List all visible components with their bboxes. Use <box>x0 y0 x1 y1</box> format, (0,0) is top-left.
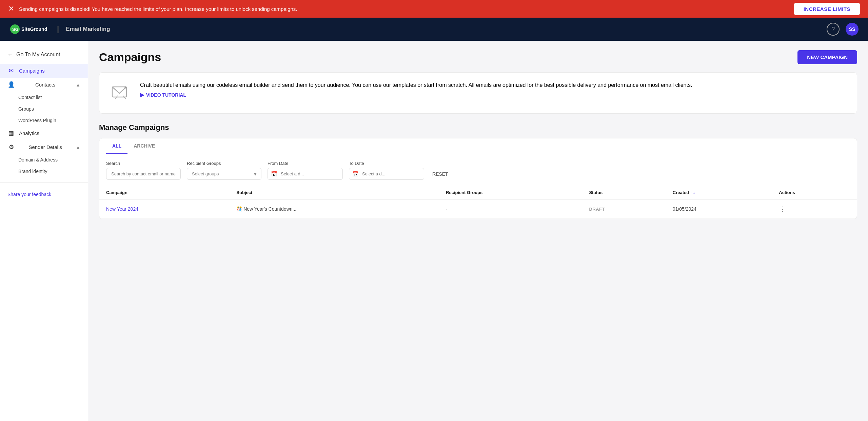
to-date-input[interactable] <box>349 168 424 180</box>
sidebar-divider <box>0 183 88 183</box>
from-date-filter: From Date 📅 <box>268 161 343 180</box>
contacts-icon: 👤 <box>7 81 15 88</box>
campaigns-tabs: ALL ARCHIVE <box>99 138 857 154</box>
logo-area: SG SiteGround | Email Marketing <box>9 24 110 35</box>
user-avatar[interactable]: SS <box>846 23 859 36</box>
campaigns-card: ALL ARCHIVE Search Recipient Groups Sele… <box>99 138 857 219</box>
campaigns-table-wrap: Campaign Subject Recipient Groups Status… <box>99 186 857 219</box>
sidebar-item-contact-list[interactable]: Contact list <box>0 92 88 103</box>
calendar-icon-to: 📅 <box>352 171 359 177</box>
help-button[interactable]: ? <box>827 23 840 36</box>
manage-campaigns-title: Manage Campaigns <box>99 123 857 132</box>
main-layout: ← Go To My Account ✉ Campaigns 👤 Contact… <box>0 41 868 421</box>
analytics-icon: ▦ <box>7 130 15 137</box>
created-cell: 01/05/2024 <box>666 199 772 219</box>
status-badge: DRAFT <box>589 207 605 212</box>
actions-cell: ⋮ <box>772 199 857 219</box>
sidebar-item-domain-address[interactable]: Domain & Address <box>0 154 88 166</box>
info-card-icon: ✦ <box>110 82 131 104</box>
siteground-logo[interactable]: SG SiteGround <box>9 24 50 35</box>
logo-divider: | <box>57 25 59 34</box>
sidebar-item-brand-identity[interactable]: Brand identity <box>0 166 88 177</box>
th-created[interactable]: Created ↑↓ <box>666 186 772 199</box>
campaigns-table: Campaign Subject Recipient Groups Status… <box>99 186 857 219</box>
sidebar: ← Go To My Account ✉ Campaigns 👤 Contact… <box>0 41 88 421</box>
from-date-label: From Date <box>268 161 343 166</box>
groups-label: Recipient Groups <box>187 161 261 166</box>
sidebar-item-contacts[interactable]: 👤 Contacts ▲ <box>0 78 88 92</box>
svg-text:✦: ✦ <box>124 85 127 90</box>
analytics-label: Analytics <box>19 130 39 136</box>
row-actions-button[interactable]: ⋮ <box>779 205 786 213</box>
campaign-link[interactable]: New Year 2024 <box>106 206 138 212</box>
video-tutorial-label: VIDEO TUTORIAL <box>146 92 186 98</box>
to-date-wrap: 📅 <box>349 168 424 180</box>
back-icon: ← <box>7 52 13 58</box>
info-card-content: Craft beautiful emails using our codeles… <box>140 82 692 98</box>
filters: Search Recipient Groups Select groups ▼ <box>99 154 857 186</box>
alert-message: Sending campaigns is disabled! You have … <box>19 6 786 12</box>
page-title: Campaigns <box>99 51 161 64</box>
from-date-input[interactable] <box>268 168 343 180</box>
svg-text:SiteGround: SiteGround <box>21 26 47 32</box>
th-actions: Actions <box>772 186 857 199</box>
info-card: ✦ Craft beautiful emails using our codel… <box>99 72 857 114</box>
sidebar-item-wordpress-plugin[interactable]: WordPress Plugin <box>0 115 88 126</box>
play-icon: ▶ <box>140 92 144 98</box>
to-date-label: To Date <box>349 161 424 166</box>
svg-text:SG: SG <box>12 27 19 32</box>
groups-filter: Recipient Groups Select groups ▼ <box>187 161 261 180</box>
tab-all[interactable]: ALL <box>106 138 127 154</box>
recipient-groups-cell: - <box>439 199 582 219</box>
sender-details-label: Sender Details <box>28 144 62 150</box>
sender-details-toggle-icon: ▲ <box>76 145 80 150</box>
manage-campaigns-section: Manage Campaigns ALL ARCHIVE Search Reci… <box>99 123 857 219</box>
contacts-toggle-icon: ▲ <box>76 82 80 88</box>
sidebar-item-campaigns[interactable]: ✉ Campaigns <box>0 64 88 78</box>
th-recipient-groups: Recipient Groups <box>439 186 582 199</box>
main-content: Campaigns NEW CAMPAIGN ✦ Craft beautiful… <box>88 41 868 421</box>
close-icon[interactable]: ✕ <box>8 4 14 13</box>
sidebar-item-groups[interactable]: Groups <box>0 103 88 115</box>
info-card-text: Craft beautiful emails using our codeles… <box>140 82 692 88</box>
contacts-label: Contacts <box>35 82 55 88</box>
to-date-filter: To Date 📅 <box>349 161 424 180</box>
table-row: New Year 2024 🎊 New Year's Countdown... … <box>99 199 857 219</box>
page-header: Campaigns NEW CAMPAIGN <box>99 50 857 64</box>
sidebar-item-analytics[interactable]: ▦ Analytics <box>0 126 88 140</box>
video-tutorial-link[interactable]: ▶ VIDEO TUTORIAL <box>140 92 692 98</box>
nav-right: ? SS <box>827 23 859 36</box>
back-to-account[interactable]: ← Go To My Account <box>0 49 88 64</box>
th-status: Status <box>582 186 666 199</box>
sidebar-item-sender-details[interactable]: ⚙ Sender Details ▲ <box>0 140 88 154</box>
top-nav: SG SiteGround | Email Marketing ? SS <box>0 18 868 41</box>
app-title: Email Marketing <box>66 26 110 33</box>
subject-cell: 🎊 New Year's Countdown... <box>230 199 439 219</box>
groups-select[interactable]: Select groups <box>187 168 261 180</box>
search-input[interactable] <box>106 168 181 180</box>
campaign-name-cell: New Year 2024 <box>99 199 230 219</box>
back-label: Go To My Account <box>16 52 60 58</box>
sort-icon: ↑↓ <box>691 190 695 195</box>
new-campaign-button[interactable]: NEW CAMPAIGN <box>797 50 857 64</box>
increase-limits-button[interactable]: INCREASE LIMITS <box>794 3 860 15</box>
reset-button[interactable]: RESET <box>430 168 450 180</box>
campaigns-icon: ✉ <box>7 67 15 74</box>
groups-select-wrap: Select groups ▼ <box>187 168 261 180</box>
from-date-wrap: 📅 <box>268 168 343 180</box>
th-subject: Subject <box>230 186 439 199</box>
sidebar-feedback[interactable]: Share your feedback <box>0 188 88 200</box>
alert-banner: ✕ Sending campaigns is disabled! You hav… <box>0 0 868 18</box>
status-cell: DRAFT <box>582 199 666 219</box>
calendar-icon-from: 📅 <box>271 171 277 177</box>
search-label: Search <box>106 161 181 166</box>
th-campaign: Campaign <box>99 186 230 199</box>
tab-archive[interactable]: ARCHIVE <box>127 138 161 154</box>
campaigns-label: Campaigns <box>19 68 45 74</box>
sender-details-icon: ⚙ <box>7 143 15 151</box>
search-filter: Search <box>106 161 181 180</box>
